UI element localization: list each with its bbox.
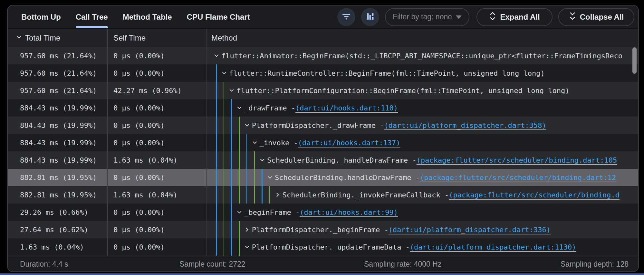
expander-chevron-icon[interactable] <box>235 208 243 216</box>
expander-chevron-icon[interactable] <box>251 139 259 147</box>
expand-all-label: Expand All <box>500 13 540 22</box>
filter-button[interactable] <box>337 8 355 26</box>
total-time-value: 884.43 ms (19.99%) <box>20 156 97 164</box>
table-row[interactable]: 957.60 ms (21.64%) 42.27 ms (0.96%) flut… <box>8 82 638 99</box>
source-link[interactable]: (package:flutter/src/scheduler/binding.d <box>449 191 620 199</box>
table-row[interactable]: 884.43 ms (19.99%) 0 µs (0.00%) _drawFra… <box>8 99 638 117</box>
tree-guideline <box>231 238 232 256</box>
source-link[interactable]: (dart:ui/hooks.dart:137) <box>298 139 400 147</box>
source-link[interactable]: (dart:ui/platform_dispatcher.dart:336) <box>389 226 551 234</box>
column-header-method[interactable]: Method <box>207 29 638 47</box>
expander-chevron-icon[interactable] <box>235 104 243 112</box>
tab-label: CPU Flame Chart <box>187 13 250 22</box>
source-link[interactable]: (dart:ui/platform_dispatcher.dart:358) <box>384 121 546 129</box>
source-link[interactable]: (package:flutter/src/scheduler/binding.d… <box>417 156 617 164</box>
tab-bottom-up[interactable]: Bottom Up <box>14 5 68 28</box>
table-row[interactable]: 29.26 ms (0.66%) 0 µs (0.00%) _beginFram… <box>8 204 638 221</box>
filter-by-tag-dropdown[interactable]: Filter by tag: none <box>385 8 469 26</box>
expander-chevron-icon[interactable] <box>243 226 251 233</box>
total-time-value: 884.43 ms (19.99%) <box>20 104 97 112</box>
tree-guideline <box>246 134 247 151</box>
self-time-value: 0 µs (0.00%) <box>113 104 165 112</box>
profile-summary-footer: Duration: 4.4 s Sample count: 2722 Sampl… <box>8 256 638 271</box>
filter-lines-icon <box>341 12 351 22</box>
table-row[interactable]: 884.43 ms (19.99%) 0 µs (0.00%) Platform… <box>8 117 638 134</box>
expander-chevron-icon[interactable] <box>243 243 251 251</box>
tree-guideline <box>239 134 240 151</box>
table-row[interactable]: 884.43 ms (19.99%) 0 µs (0.00%) _invoke … <box>8 134 638 151</box>
tag-filter-value: Filter by tag: none <box>393 13 452 21</box>
tab-label: Bottom Up <box>21 13 61 22</box>
table-row[interactable]: 957.60 ms (21.64%) 0 µs (0.00%) flutter:… <box>8 64 638 82</box>
tree-guideline <box>239 238 240 256</box>
tree-guideline <box>216 169 217 186</box>
expand-all-button[interactable]: Expand All <box>476 8 553 26</box>
table-row[interactable]: 882.81 ms (19.95%) 0 µs (0.00%) Schedule… <box>8 169 638 186</box>
expander-chevron-icon[interactable] <box>258 156 266 164</box>
table-row[interactable]: 882.81 ms (19.95%) 1.63 ms (0.04%) Sched… <box>8 186 638 204</box>
tree-guideline <box>216 238 217 256</box>
expander-chevron-icon[interactable] <box>220 69 228 77</box>
tree-guideline <box>224 169 225 186</box>
duration-label: Duration: 4.4 s <box>20 260 68 268</box>
source-link[interactable]: (package:flutter/src/scheduler/binding.d… <box>420 174 616 182</box>
sample-count-label: Sample count: 2722 <box>179 260 245 268</box>
tree-guideline <box>239 169 240 186</box>
column-header-total-time[interactable]: Total Time <box>8 29 108 47</box>
sampling-depth-label: Sampling depth: 128 <box>561 260 629 268</box>
expander-chevron-icon[interactable] <box>228 87 235 94</box>
table-row[interactable]: 884.43 ms (19.99%) 1.63 ms (0.04%) Sched… <box>8 151 638 169</box>
self-time-value: 0 µs (0.00%) <box>113 243 165 251</box>
expander-chevron-icon[interactable] <box>243 121 251 129</box>
tab-method-table[interactable]: Method Table <box>115 5 179 28</box>
self-time-value: 0 µs (0.00%) <box>113 52 165 60</box>
tree-guideline <box>224 99 225 117</box>
column-header-self-time[interactable]: Self Time <box>108 29 207 47</box>
tree-guideline <box>239 221 240 238</box>
collapse-all-button[interactable]: Collapse All <box>558 8 634 26</box>
column-label: Self Time <box>113 33 146 43</box>
dropdown-arrow-icon <box>456 15 462 19</box>
tree-guideline <box>246 186 247 204</box>
tree-guideline <box>269 186 270 204</box>
tree-guideline <box>224 221 225 238</box>
table-row[interactable]: 27.64 ms (0.62%) 0 µs (0.00%) PlatformDi… <box>8 221 638 238</box>
expander-chevron-icon[interactable] <box>266 174 274 181</box>
tab-call-tree[interactable]: Call Tree <box>68 5 115 28</box>
table-body: 957.60 ms (21.64%) 0 µs (0.00%) flutter:… <box>8 47 638 256</box>
table-row[interactable]: 957.60 ms (21.64%) 0 µs (0.00%) flutter:… <box>8 47 638 64</box>
display-options-button[interactable] <box>361 8 379 26</box>
method-name: _beginFrame - <box>244 208 300 216</box>
method-name: _drawFrame - <box>244 104 295 112</box>
vertical-scrollbar-thumb[interactable] <box>632 47 637 74</box>
cpu-profiler-panel: Bottom Up Call Tree Method Table CPU Fla… <box>7 5 639 272</box>
self-time-value: 0 µs (0.00%) <box>113 121 165 129</box>
expander-chevron-icon[interactable] <box>274 191 282 199</box>
sampling-rate-label: Sampling rate: 4000 Hz <box>364 260 441 268</box>
source-link[interactable]: (dart:ui/hooks.dart:99) <box>300 208 398 216</box>
self-time-value: 0 µs (0.00%) <box>113 226 165 234</box>
total-time-value: 884.43 ms (19.99%) <box>20 139 97 147</box>
self-time-value: 0 µs (0.00%) <box>113 208 165 216</box>
tree-guideline <box>239 151 240 169</box>
column-label: Total Time <box>25 33 60 43</box>
tree-guideline <box>216 134 217 151</box>
table-row[interactable]: 1.63 ms (0.04%) 0 µs (0.00%) PlatformDis… <box>8 238 638 256</box>
tab-label: Method Table <box>123 13 172 22</box>
self-time-value: 0 µs (0.00%) <box>113 139 165 147</box>
expander-chevron-icon[interactable] <box>213 52 220 60</box>
source-link[interactable]: (dart:ui/platform_dispatcher.dart:1130) <box>410 243 576 251</box>
tree-guideline <box>254 186 255 204</box>
total-time-value: 882.81 ms (19.95%) <box>20 191 97 199</box>
total-time-value: 27.64 ms (0.62%) <box>20 226 88 234</box>
tree-guideline <box>239 117 240 134</box>
bottom-accent-bar <box>0 273 644 275</box>
unfold-more-icon <box>489 12 496 23</box>
source-link[interactable]: (dart:ui/hooks.dart:110) <box>295 104 398 112</box>
method-name: _invoke - <box>260 139 298 147</box>
tree-guideline <box>224 204 225 221</box>
method-name: PlatformDispatcher._drawFrame - <box>252 121 384 129</box>
tab-cpu-flame-chart[interactable]: CPU Flame Chart <box>179 5 257 28</box>
method-name: SchedulerBinding.handleDrawFrame - <box>275 174 420 182</box>
unfold-less-icon <box>569 12 576 23</box>
